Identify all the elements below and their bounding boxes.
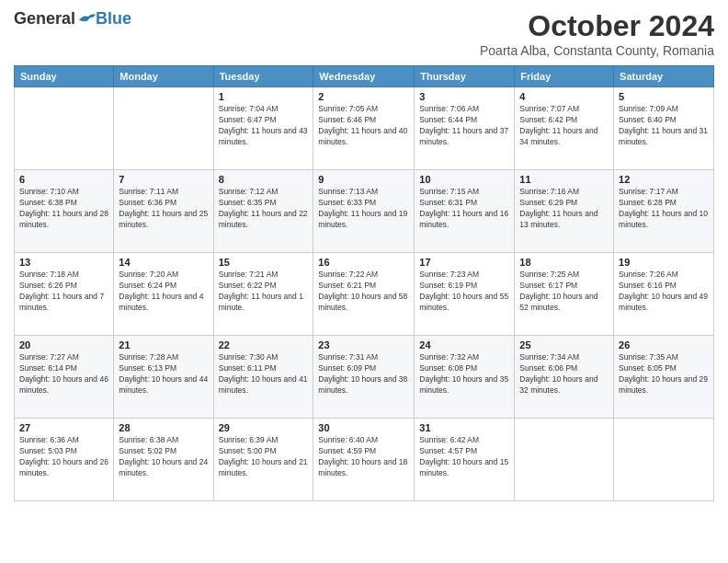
day-number: 15 — [219, 257, 309, 268]
day-info: Sunrise: 7:30 AM Sunset: 6:11 PM Dayligh… — [219, 352, 309, 396]
header-monday: Monday — [114, 66, 213, 87]
calendar-table: Sunday Monday Tuesday Wednesday Thursday… — [14, 65, 714, 501]
day-number: 27 — [19, 422, 108, 433]
table-row: 2Sunrise: 7:05 AM Sunset: 6:46 PM Daylig… — [313, 87, 415, 170]
day-info: Sunrise: 7:26 AM Sunset: 6:16 PM Dayligh… — [619, 270, 709, 314]
table-row: 21Sunrise: 7:28 AM Sunset: 6:13 PM Dayli… — [114, 336, 213, 419]
header: General Blue October 2024 Poarta Alba, C… — [14, 9, 714, 58]
table-row: 26Sunrise: 7:35 AM Sunset: 6:05 PM Dayli… — [614, 336, 714, 419]
table-row: 31Sunrise: 6:42 AM Sunset: 4:57 PM Dayli… — [415, 419, 515, 501]
header-friday: Friday — [515, 66, 614, 87]
header-tuesday: Tuesday — [213, 66, 313, 87]
header-saturday: Saturday — [614, 66, 714, 87]
table-row: 10Sunrise: 7:15 AM Sunset: 6:31 PM Dayli… — [415, 170, 515, 253]
day-number: 24 — [419, 339, 509, 350]
day-number: 17 — [419, 257, 509, 268]
table-row — [614, 419, 714, 501]
day-info: Sunrise: 7:06 AM Sunset: 6:44 PM Dayligh… — [419, 104, 509, 148]
table-row: 9Sunrise: 7:13 AM Sunset: 6:33 PM Daylig… — [313, 170, 415, 253]
table-row: 11Sunrise: 7:16 AM Sunset: 6:29 PM Dayli… — [515, 170, 614, 253]
calendar-week-row: 1Sunrise: 7:04 AM Sunset: 6:47 PM Daylig… — [15, 87, 714, 170]
table-row: 17Sunrise: 7:23 AM Sunset: 6:19 PM Dayli… — [415, 253, 515, 336]
table-row: 27Sunrise: 6:36 AM Sunset: 5:03 PM Dayli… — [15, 419, 114, 501]
title-section: October 2024 Poarta Alba, Constanta Coun… — [480, 9, 714, 58]
day-number: 4 — [519, 91, 609, 102]
day-info: Sunrise: 6:38 AM Sunset: 5:02 PM Dayligh… — [119, 435, 208, 479]
table-row: 20Sunrise: 7:27 AM Sunset: 6:14 PM Dayli… — [15, 336, 114, 419]
header-wednesday: Wednesday — [313, 66, 415, 87]
table-row: 16Sunrise: 7:22 AM Sunset: 6:21 PM Dayli… — [313, 253, 415, 336]
table-row: 14Sunrise: 7:20 AM Sunset: 6:24 PM Dayli… — [114, 253, 213, 336]
day-info: Sunrise: 7:25 AM Sunset: 6:17 PM Dayligh… — [519, 270, 609, 314]
table-row — [15, 87, 114, 170]
day-number: 18 — [519, 257, 609, 268]
day-number: 10 — [419, 174, 509, 185]
day-info: Sunrise: 7:04 AM Sunset: 6:47 PM Dayligh… — [219, 104, 309, 148]
table-row: 18Sunrise: 7:25 AM Sunset: 6:17 PM Dayli… — [515, 253, 614, 336]
table-row: 15Sunrise: 7:21 AM Sunset: 6:22 PM Dayli… — [213, 253, 313, 336]
table-row: 25Sunrise: 7:34 AM Sunset: 6:06 PM Dayli… — [515, 336, 614, 419]
day-info: Sunrise: 7:32 AM Sunset: 6:08 PM Dayligh… — [419, 352, 509, 396]
day-number: 16 — [318, 257, 409, 268]
table-row: 24Sunrise: 7:32 AM Sunset: 6:08 PM Dayli… — [415, 336, 515, 419]
table-row: 12Sunrise: 7:17 AM Sunset: 6:28 PM Dayli… — [614, 170, 714, 253]
table-row: 5Sunrise: 7:09 AM Sunset: 6:40 PM Daylig… — [614, 87, 714, 170]
day-info: Sunrise: 7:28 AM Sunset: 6:13 PM Dayligh… — [119, 352, 208, 396]
day-info: Sunrise: 7:21 AM Sunset: 6:22 PM Dayligh… — [219, 270, 309, 314]
day-info: Sunrise: 7:31 AM Sunset: 6:09 PM Dayligh… — [318, 352, 409, 396]
day-info: Sunrise: 7:35 AM Sunset: 6:05 PM Dayligh… — [619, 352, 709, 396]
day-number: 8 — [219, 174, 309, 185]
day-info: Sunrise: 7:23 AM Sunset: 6:19 PM Dayligh… — [419, 270, 509, 314]
day-info: Sunrise: 7:12 AM Sunset: 6:35 PM Dayligh… — [219, 187, 309, 231]
day-number: 12 — [619, 174, 709, 185]
day-number: 11 — [519, 174, 609, 185]
table-row: 22Sunrise: 7:30 AM Sunset: 6:11 PM Dayli… — [213, 336, 313, 419]
logo-general-text: General — [14, 9, 75, 29]
day-number: 7 — [119, 174, 208, 185]
day-number: 26 — [619, 339, 709, 350]
day-info: Sunrise: 6:42 AM Sunset: 4:57 PM Dayligh… — [419, 435, 509, 479]
day-number: 13 — [19, 257, 108, 268]
day-info: Sunrise: 7:22 AM Sunset: 6:21 PM Dayligh… — [318, 270, 409, 314]
table-row: 6Sunrise: 7:10 AM Sunset: 6:38 PM Daylig… — [15, 170, 114, 253]
table-row: 4Sunrise: 7:07 AM Sunset: 6:42 PM Daylig… — [515, 87, 614, 170]
table-row — [114, 87, 213, 170]
day-number: 22 — [219, 339, 309, 350]
calendar-week-row: 13Sunrise: 7:18 AM Sunset: 6:26 PM Dayli… — [15, 253, 714, 336]
table-row: 23Sunrise: 7:31 AM Sunset: 6:09 PM Dayli… — [313, 336, 415, 419]
day-info: Sunrise: 7:10 AM Sunset: 6:38 PM Dayligh… — [19, 187, 108, 231]
day-number: 30 — [318, 422, 409, 433]
day-info: Sunrise: 7:11 AM Sunset: 6:36 PM Dayligh… — [119, 187, 208, 231]
calendar-header-row: Sunday Monday Tuesday Wednesday Thursday… — [15, 66, 714, 87]
table-row: 28Sunrise: 6:38 AM Sunset: 5:02 PM Dayli… — [114, 419, 213, 501]
table-row: 30Sunrise: 6:40 AM Sunset: 4:59 PM Dayli… — [313, 419, 415, 501]
day-number: 29 — [219, 422, 309, 433]
month-title: October 2024 — [480, 9, 714, 43]
calendar-week-row: 6Sunrise: 7:10 AM Sunset: 6:38 PM Daylig… — [15, 170, 714, 253]
day-info: Sunrise: 7:27 AM Sunset: 6:14 PM Dayligh… — [19, 352, 108, 396]
day-number: 5 — [619, 91, 709, 102]
logo-blue-text: Blue — [96, 9, 131, 29]
table-row: 19Sunrise: 7:26 AM Sunset: 6:16 PM Dayli… — [614, 253, 714, 336]
day-info: Sunrise: 7:20 AM Sunset: 6:24 PM Dayligh… — [119, 270, 208, 314]
table-row: 13Sunrise: 7:18 AM Sunset: 6:26 PM Dayli… — [15, 253, 114, 336]
day-number: 31 — [419, 422, 509, 433]
calendar-week-row: 20Sunrise: 7:27 AM Sunset: 6:14 PM Dayli… — [15, 336, 714, 419]
day-info: Sunrise: 7:13 AM Sunset: 6:33 PM Dayligh… — [318, 187, 409, 231]
table-row: 29Sunrise: 6:39 AM Sunset: 5:00 PM Dayli… — [213, 419, 313, 501]
day-info: Sunrise: 7:34 AM Sunset: 6:06 PM Dayligh… — [519, 352, 609, 396]
day-info: Sunrise: 7:09 AM Sunset: 6:40 PM Dayligh… — [619, 104, 709, 148]
day-info: Sunrise: 7:17 AM Sunset: 6:28 PM Dayligh… — [619, 187, 709, 231]
day-info: Sunrise: 7:18 AM Sunset: 6:26 PM Dayligh… — [19, 270, 108, 314]
day-number: 20 — [19, 339, 108, 350]
day-info: Sunrise: 7:05 AM Sunset: 6:46 PM Dayligh… — [318, 104, 409, 148]
table-row: 7Sunrise: 7:11 AM Sunset: 6:36 PM Daylig… — [114, 170, 213, 253]
day-number: 2 — [318, 91, 409, 102]
day-number: 3 — [419, 91, 509, 102]
location-title: Poarta Alba, Constanta County, Romania — [480, 43, 714, 58]
day-number: 28 — [119, 422, 208, 433]
day-info: Sunrise: 6:36 AM Sunset: 5:03 PM Dayligh… — [19, 435, 108, 479]
page: General Blue October 2024 Poarta Alba, C… — [0, 0, 728, 563]
day-number: 25 — [519, 339, 609, 350]
logo-bird-icon — [77, 11, 96, 28]
